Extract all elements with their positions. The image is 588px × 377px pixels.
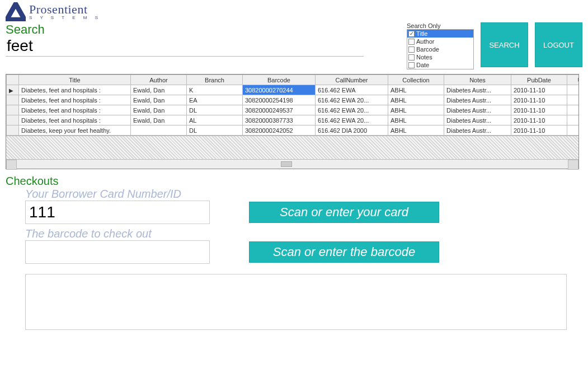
grid-cell[interactable]: K: [187, 85, 243, 95]
grid-cell[interactable]: [567, 95, 579, 105]
row-header: [7, 115, 19, 125]
table-row[interactable]: Diabetes, feet and hospitals :Ewald, Dan…: [7, 105, 579, 115]
grid-cell[interactable]: Diabetes, feet and hospitals :: [19, 95, 131, 105]
search-only-option-label: Notes: [416, 54, 432, 60]
checkbox-icon[interactable]: [408, 46, 415, 53]
grid-cell[interactable]: EA: [187, 95, 243, 105]
grid-cell[interactable]: Diabetes, keep your feet healthy.: [19, 125, 131, 136]
grid-cell[interactable]: Diabetes Austr...: [444, 105, 511, 115]
logout-button[interactable]: LOGOUT: [535, 22, 582, 67]
grid-header-barcode[interactable]: Barcode: [243, 75, 316, 85]
search-only-option-barcode[interactable]: Barcode: [407, 45, 473, 53]
grid-cell[interactable]: Diabetes Austr...: [444, 85, 511, 95]
search-only-option-author[interactable]: Author: [407, 38, 473, 45]
grid-cell[interactable]: 2010-11-10: [511, 85, 567, 95]
table-row[interactable]: Diabetes, keep your feet healthy.DL30820…: [7, 125, 579, 136]
grid-cell[interactable]: 616.462 EWA 20...: [316, 95, 388, 105]
search-only-listbox[interactable]: ✓TitleAuthorBarcodeNotesDate: [407, 29, 474, 69]
row-header: [7, 125, 19, 136]
grid-cell[interactable]: Diabetes Austr...: [444, 125, 511, 136]
barcode-input[interactable]: [25, 240, 210, 264]
search-only-option-date[interactable]: Date: [407, 61, 473, 69]
logo-brand: Prosentient: [29, 3, 101, 16]
checkbox-icon[interactable]: [408, 39, 415, 45]
search-only-option-title[interactable]: ✓Title: [407, 30, 473, 38]
grid-header-title[interactable]: Title: [19, 75, 131, 85]
search-only-option-notes[interactable]: Notes: [407, 53, 473, 61]
grid-cell[interactable]: Ewald, Dan: [131, 95, 187, 105]
table-row[interactable]: Diabetes, feet and hospitals :Ewald, Dan…: [7, 115, 579, 125]
grid-cell[interactable]: AL: [187, 115, 243, 125]
table-row[interactable]: Diabetes, feet and hospitals :Ewald, Dan…: [7, 95, 579, 105]
search-input[interactable]: [6, 37, 364, 57]
current-row-icon: ▶: [9, 87, 13, 94]
grid-cell[interactable]: 616.462 DIA 2000: [316, 125, 388, 136]
checkbox-icon[interactable]: [408, 54, 415, 60]
grid-cell[interactable]: [567, 115, 579, 125]
grid-header-collection[interactable]: Collection: [388, 75, 444, 85]
card-hint: Your Borrower Card Number/ID: [25, 188, 582, 201]
grid-cell[interactable]: Ewald, Dan: [131, 85, 187, 95]
grid-cell[interactable]: Diabetes, feet and hospitals :: [19, 115, 131, 125]
grid-cell[interactable]: ABHL: [388, 105, 444, 115]
grid-empty-area: [6, 136, 578, 159]
scan-barcode-button[interactable]: Scan or enter the barcode: [249, 241, 439, 263]
grid-cell[interactable]: ABHL: [388, 115, 444, 125]
grid-header-author[interactable]: Author: [131, 75, 187, 85]
search-only-label: Search Only: [407, 22, 474, 29]
row-header: ▶: [7, 85, 19, 95]
grid-cell[interactable]: Ewald, Dan: [131, 115, 187, 125]
grid-cell[interactable]: 2010-11-10: [511, 115, 567, 125]
grid-header-callnumber[interactable]: CallNumber: [316, 75, 388, 85]
borrower-card-input[interactable]: [25, 201, 210, 224]
search-only-option-label: Date: [416, 62, 429, 68]
grid-cell[interactable]: 30820000270244: [243, 85, 316, 95]
grid-header-branch[interactable]: Branch: [187, 75, 243, 85]
grid-cell[interactable]: 2010-11-10: [511, 95, 567, 105]
grid-cell[interactable]: Ewald, Dan: [131, 105, 187, 115]
grid-cell[interactable]: ABHL: [388, 95, 444, 105]
row-header: [7, 95, 19, 105]
logo-subtitle: S Y S T E M S: [29, 16, 101, 20]
row-header: [7, 105, 19, 115]
search-only-option-label: Title: [416, 30, 427, 37]
grid-cell[interactable]: [567, 85, 579, 95]
search-label: Search: [6, 22, 400, 37]
grid-cell[interactable]: ABHL: [388, 125, 444, 136]
grid-cell[interactable]: 30820000387733: [243, 115, 316, 125]
search-only-option-label: Barcode: [416, 46, 439, 53]
grid-cell[interactable]: Diabetes Austr...: [444, 115, 511, 125]
grid-cell[interactable]: 616.462 EWA 20...: [316, 115, 388, 125]
grid-header-url[interactable]: URL: [567, 75, 579, 85]
grid-cell[interactable]: DL: [187, 105, 243, 115]
grid-cell[interactable]: 30820000249537: [243, 105, 316, 115]
search-button[interactable]: SEARCH: [481, 22, 528, 67]
grid-cell[interactable]: 30820000242052: [243, 125, 316, 136]
checkbox-icon[interactable]: ✓: [408, 31, 415, 37]
grid-cell[interactable]: 2010-11-10: [511, 105, 567, 115]
scan-card-button[interactable]: Scan or enter your card: [249, 202, 439, 223]
checkout-log[interactable]: [25, 274, 567, 330]
svg-marker-0: [7, 4, 25, 20]
grid-header-pubdate[interactable]: PubDate: [511, 75, 567, 85]
table-row[interactable]: ▶Diabetes, feet and hospitals :Ewald, Da…: [7, 85, 579, 95]
grid-horizontal-scrollbar[interactable]: [6, 159, 578, 169]
grid-cell[interactable]: DL: [187, 125, 243, 136]
logo-icon: [6, 2, 26, 21]
grid-cell[interactable]: Diabetes, feet and hospitals :: [19, 85, 131, 95]
grid-header-notes[interactable]: Notes: [444, 75, 511, 85]
grid-cell[interactable]: 30820000254198: [243, 95, 316, 105]
barcode-hint: The barcode to check out: [25, 227, 582, 240]
grid-cell[interactable]: [131, 125, 187, 136]
grid-cell[interactable]: 616.462 EWA: [316, 85, 388, 95]
checkouts-title: Checkouts: [6, 175, 582, 188]
grid-cell[interactable]: 2010-11-10: [511, 125, 567, 136]
grid-cell[interactable]: [567, 105, 579, 115]
grid-cell[interactable]: Diabetes Austr...: [444, 95, 511, 105]
grid-cell[interactable]: Diabetes, feet and hospitals :: [19, 105, 131, 115]
grid-cell[interactable]: 616.462 EWA 20...: [316, 105, 388, 115]
results-grid[interactable]: TitleAuthorBranchBarcodeCallNumberCollec…: [6, 74, 579, 169]
grid-cell[interactable]: [567, 125, 579, 136]
checkbox-icon[interactable]: [408, 62, 415, 68]
grid-cell[interactable]: ABHL: [388, 85, 444, 95]
